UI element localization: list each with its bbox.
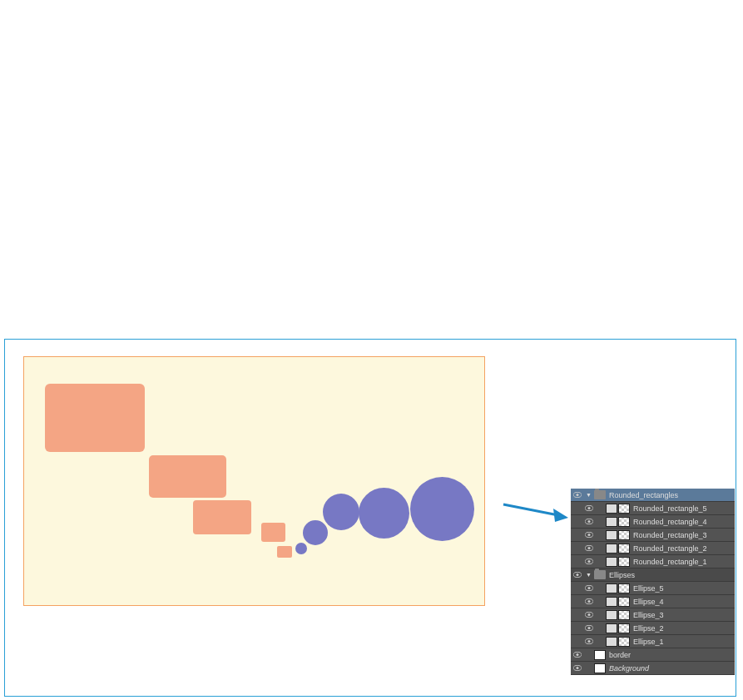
layer-label: Ellipse_4: [633, 598, 735, 606]
visibility-icon[interactable]: [584, 517, 594, 527]
rounded-rectangle-1: [45, 384, 145, 452]
arrow-icon: [502, 499, 568, 524]
visibility-icon[interactable]: [584, 610, 594, 620]
layer-mask-thumbnail: [618, 517, 630, 527]
visibility-icon[interactable]: [584, 557, 594, 567]
layer-thumbnail: [594, 650, 606, 660]
disclosure-triangle-icon[interactable]: ▼: [586, 572, 592, 578]
svg-point-5: [588, 507, 591, 509]
visibility-icon[interactable]: [584, 530, 594, 540]
folder-icon: [594, 490, 606, 499]
ellipse-1: [295, 543, 307, 554]
layer-rounded-rectangle-4[interactable]: Rounded_rectangle_4: [571, 515, 735, 529]
layer-rounded-rectangle-1[interactable]: Rounded_rectangle_1: [571, 555, 735, 568]
svg-point-27: [577, 653, 579, 656]
disclosure-triangle-icon[interactable]: ▼: [586, 492, 592, 498]
folder-icon: [594, 570, 606, 579]
layer-label: Rounded_rectangle_5: [633, 504, 735, 513]
layer-background[interactable]: Background: [571, 662, 735, 675]
visibility-icon[interactable]: [572, 650, 582, 660]
layer-label: Ellipse_1: [633, 638, 735, 646]
layer-label: Background: [609, 664, 735, 673]
canvas-area: [23, 356, 485, 606]
svg-point-7: [588, 520, 591, 523]
layer-ellipse-4[interactable]: Ellipse_4: [571, 595, 735, 608]
visibility-icon[interactable]: [572, 663, 582, 673]
visibility-icon[interactable]: [584, 583, 594, 593]
layer-ellipse-1[interactable]: Ellipse_1: [571, 635, 735, 648]
layer-mask-thumbnail: [618, 544, 630, 554]
layer-thumbnail: [606, 623, 617, 633]
layer-thumbnail: [606, 530, 617, 540]
svg-line-0: [503, 504, 558, 515]
svg-point-3: [577, 494, 579, 496]
svg-point-11: [588, 547, 591, 549]
layer-mask-thumbnail: [618, 557, 630, 567]
rounded-rectangle-4: [261, 523, 285, 542]
svg-point-15: [577, 573, 579, 576]
layer-thumbnail: [606, 583, 617, 593]
svg-point-21: [588, 613, 591, 616]
visibility-icon[interactable]: [584, 623, 594, 633]
layer-label: Rounded_rectangle_3: [633, 531, 735, 539]
layer-thumbnail: [606, 517, 617, 527]
layer-label: Rounded_rectangle_1: [633, 558, 735, 566]
layer-thumbnail: [606, 544, 617, 554]
layer-mask-thumbnail: [618, 530, 630, 540]
svg-point-19: [588, 600, 591, 603]
layer-thumbnail: [594, 663, 606, 673]
layer-ellipse-5[interactable]: Ellipse_5: [571, 582, 735, 595]
visibility-icon[interactable]: [572, 490, 582, 500]
rounded-rectangle-5: [277, 546, 292, 558]
layer-rounded-rectangle-2[interactable]: Rounded_rectangle_2: [571, 542, 735, 555]
svg-point-29: [577, 667, 579, 669]
layer-thumbnail: [606, 610, 617, 620]
layer-thumbnail: [606, 637, 617, 647]
layer-thumbnail: [606, 504, 617, 514]
layer-group-rounded-rectangles[interactable]: ▼ Rounded_rectangles: [571, 489, 735, 502]
layer-group-ellipses[interactable]: ▼ Ellipses: [571, 568, 735, 582]
layer-mask-thumbnail: [618, 623, 630, 633]
visibility-icon[interactable]: [584, 637, 594, 647]
layer-label: Rounded_rectangle_2: [633, 544, 735, 553]
layer-rounded-rectangle-5[interactable]: Rounded_rectangle_5: [571, 502, 735, 515]
svg-point-13: [588, 560, 591, 563]
layer-mask-thumbnail: [618, 637, 630, 647]
layer-label: Rounded_rectangles: [609, 491, 735, 499]
layer-label: border: [609, 651, 735, 659]
figure-container: ▼ Rounded_rectangles Rounded_rectangle_5…: [4, 339, 736, 697]
ellipse-5: [410, 477, 474, 541]
layer-border[interactable]: border: [571, 648, 735, 662]
layer-mask-thumbnail: [618, 610, 630, 620]
layer-label: Ellipses: [609, 571, 735, 579]
layer-label: Ellipse_2: [633, 624, 735, 633]
ellipse-2: [303, 520, 328, 545]
layer-ellipse-2[interactable]: Ellipse_2: [571, 622, 735, 635]
svg-point-23: [588, 627, 591, 629]
layers-panel[interactable]: ▼ Rounded_rectangles Rounded_rectangle_5…: [571, 489, 735, 675]
ellipse-3: [323, 494, 359, 530]
layer-ellipse-3[interactable]: Ellipse_3: [571, 608, 735, 622]
layer-label: Ellipse_5: [633, 584, 735, 593]
svg-point-17: [588, 587, 591, 589]
ellipse-4: [359, 488, 409, 539]
layer-label: Ellipse_3: [633, 611, 735, 619]
rounded-rectangle-3: [193, 500, 251, 534]
layer-thumbnail: [606, 557, 617, 567]
visibility-icon[interactable]: [584, 597, 594, 607]
layer-mask-thumbnail: [618, 504, 630, 514]
rounded-rectangle-2: [149, 455, 226, 498]
svg-point-25: [588, 640, 591, 643]
layer-rounded-rectangle-3[interactable]: Rounded_rectangle_3: [571, 529, 735, 542]
visibility-icon[interactable]: [584, 504, 594, 514]
svg-marker-1: [553, 509, 568, 522]
svg-point-9: [588, 534, 591, 536]
visibility-icon[interactable]: [584, 544, 594, 554]
visibility-icon[interactable]: [572, 570, 582, 580]
layer-label: Rounded_rectangle_4: [633, 518, 735, 526]
layer-mask-thumbnail: [618, 583, 630, 593]
layer-mask-thumbnail: [618, 597, 630, 607]
layer-thumbnail: [606, 597, 617, 607]
